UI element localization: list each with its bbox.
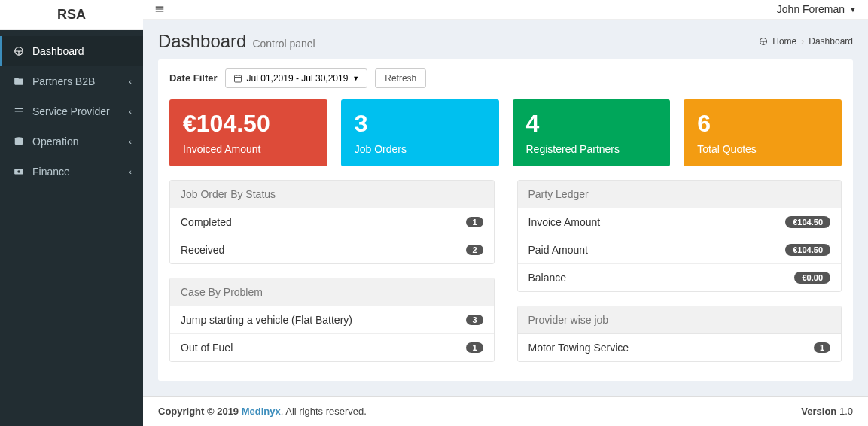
money-icon: [11, 166, 26, 177]
database-icon: [11, 136, 26, 147]
sidebar: Dashboard Partners B2B ‹ Service Provide…: [0, 30, 143, 426]
sidebar-label: Partners B2B: [32, 75, 129, 87]
content-box: Date Filter Jul 01,2019 - Jul 30,2019 ▼ …: [158, 59, 853, 381]
list-item[interactable]: Invoice Amount €104.50: [518, 208, 842, 236]
date-filter-label: Date Filter: [169, 72, 218, 84]
sidebar-label: Operation: [32, 135, 129, 148]
list-item[interactable]: Jump starting a vehicle (Flat Battery) 3: [170, 306, 494, 334]
count-badge: 1: [466, 342, 483, 353]
footer: Copyright © 2019 Medinyx. All rights res…: [143, 396, 868, 426]
stat-caption: Invoiced Amount: [183, 143, 314, 155]
stat-value: €104.50: [183, 111, 314, 137]
sidebar-label: Dashboard: [32, 45, 132, 57]
chevron-left-icon: ‹: [129, 137, 132, 146]
copyright-prefix: Copyright © 2019: [158, 406, 242, 417]
list-item[interactable]: Paid Amount €104.50: [518, 236, 842, 264]
breadcrumb-current: Dashboard: [809, 36, 853, 47]
svg-rect-3: [234, 75, 241, 82]
chevron-left-icon: ‹: [129, 77, 132, 86]
panel-header: Case By Problem: [170, 278, 494, 306]
user-name: John Foreman: [777, 3, 845, 15]
caret-down-icon: ▼: [849, 5, 857, 14]
chevron-left-icon: ‹: [129, 107, 132, 116]
calendar-icon: [233, 74, 242, 83]
stat-invoiced-amount[interactable]: €104.50 Invoiced Amount: [169, 99, 327, 166]
stat-caption: Total Quotes: [697, 143, 828, 155]
refresh-button[interactable]: Refresh: [375, 68, 426, 88]
footer-copyright: Copyright © 2019 Medinyx. All rights res…: [158, 406, 367, 417]
item-label: Paid Amount: [528, 244, 588, 256]
title-text: Dashboard: [158, 31, 246, 52]
sidebar-item-operation[interactable]: Operation ‹: [0, 126, 143, 157]
stat-job-orders[interactable]: 3 Job Orders: [341, 99, 499, 166]
item-label: Motor Towing Service: [528, 342, 629, 354]
stat-value: 6: [697, 111, 828, 137]
hamburger-icon[interactable]: [154, 4, 165, 14]
breadcrumb: Home › Dashboard: [759, 36, 853, 47]
date-range-button[interactable]: Jul 01,2019 - Jul 30,2019 ▼: [225, 68, 368, 88]
user-menu[interactable]: John Foreman ▼: [777, 3, 857, 15]
sidebar-label: Service Provider: [32, 105, 129, 117]
filter-row: Date Filter Jul 01,2019 - Jul 30,2019 ▼ …: [169, 68, 842, 88]
svg-point-2: [17, 170, 20, 173]
subtitle-text: Control panel: [252, 38, 315, 50]
sidebar-item-service-provider[interactable]: Service Provider ‹: [0, 96, 143, 126]
sidebar-item-dashboard[interactable]: Dashboard: [0, 36, 143, 66]
amount-badge: €104.50: [785, 216, 830, 228]
stat-row: €104.50 Invoiced Amount 3 Job Orders 4 R…: [169, 99, 842, 166]
chevron-left-icon: ‹: [129, 167, 132, 176]
count-badge: 3: [466, 315, 483, 325]
stat-caption: Job Orders: [355, 143, 486, 155]
panel-header: Party Ledger: [518, 181, 842, 208]
count-badge: 1: [466, 217, 483, 227]
breadcrumb-separator: ›: [801, 36, 804, 47]
panel-party-ledger: Party Ledger Invoice Amount €104.50 Paid…: [517, 180, 842, 292]
date-range-text: Jul 01,2019 - Jul 30,2019: [247, 73, 349, 84]
sidebar-item-finance[interactable]: Finance ‹: [0, 157, 143, 187]
brand-logo[interactable]: RSA: [0, 0, 143, 30]
panel-provider-wise-job: Provider wise job Motor Towing Service 1: [517, 306, 842, 362]
panel-header: Provider wise job: [518, 306, 842, 334]
item-label: Invoice Amount: [528, 216, 601, 228]
panel-case-by-problem: Case By Problem Jump starting a vehicle …: [169, 278, 495, 362]
amount-badge: €0.00: [794, 272, 830, 284]
version-label: Version: [801, 406, 836, 417]
dashboard-icon: [759, 37, 768, 46]
breadcrumb-home[interactable]: Home: [772, 36, 796, 47]
stat-value: 4: [526, 111, 657, 137]
list-item[interactable]: Out of Fuel 1: [170, 334, 494, 361]
panel-job-order-status: Job Order By Status Completed 1 Received…: [169, 180, 495, 264]
stat-value: 3: [355, 111, 486, 137]
item-label: Out of Fuel: [181, 342, 233, 354]
item-label: Received: [181, 244, 224, 256]
item-label: Balance: [528, 272, 567, 284]
content-header: Dashboard Control panel Home › Dashboard: [143, 20, 868, 59]
page-title: Dashboard Control panel: [158, 31, 315, 52]
stat-caption: Registered Partners: [526, 143, 657, 155]
footer-company-link[interactable]: Medinyx: [242, 406, 281, 417]
version-number: 1.0: [836, 406, 853, 417]
item-label: Completed: [181, 216, 232, 228]
caret-down-icon: ▼: [352, 75, 359, 82]
sidebar-label: Finance: [32, 166, 129, 178]
list-item[interactable]: Balance €0.00: [518, 264, 842, 291]
footer-version: Version 1.0: [801, 406, 853, 417]
count-badge: 1: [814, 342, 830, 353]
topbar: John Foreman ▼: [143, 0, 868, 20]
stat-registered-partners[interactable]: 4 Registered Partners: [513, 99, 671, 166]
stat-total-quotes[interactable]: 6 Total Quotes: [684, 99, 842, 166]
item-label: Jump starting a vehicle (Flat Battery): [181, 314, 352, 326]
count-badge: 2: [466, 245, 483, 255]
sidebar-item-partners[interactable]: Partners B2B ‹: [0, 66, 143, 96]
list-item[interactable]: Received 2: [170, 236, 494, 263]
amount-badge: €104.50: [785, 244, 830, 256]
list-icon: [11, 106, 26, 117]
panel-header: Job Order By Status: [170, 181, 494, 208]
dashboard-icon: [11, 46, 26, 56]
copyright-suffix: . All rights reserved.: [281, 406, 367, 417]
list-item[interactable]: Completed 1: [170, 208, 494, 236]
list-item[interactable]: Motor Towing Service 1: [518, 334, 842, 361]
folder-icon: [11, 76, 26, 87]
